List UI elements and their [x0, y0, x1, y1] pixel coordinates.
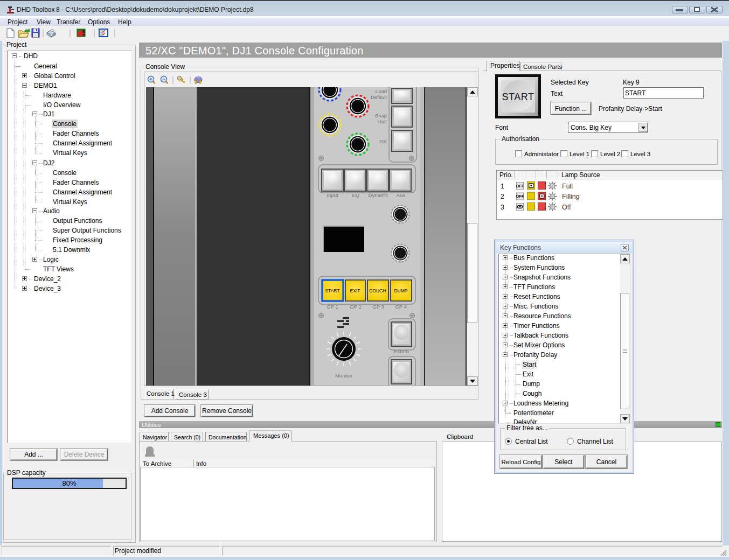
svg-text:Monitor: Monitor: [335, 373, 352, 379]
svg-text:GP 1: GP 1: [327, 304, 338, 310]
svg-text:Snap: Snap: [375, 113, 387, 118]
svg-text:Load: Load: [376, 88, 387, 94]
svg-text:EQ: EQ: [352, 192, 359, 198]
svg-text:EXIT: EXIT: [350, 288, 360, 293]
svg-text:Extern: Extern: [394, 348, 408, 354]
svg-text:GP 3: GP 3: [372, 304, 384, 310]
svg-text:START: START: [325, 288, 339, 293]
svg-text:Dynamic: Dynamic: [369, 192, 388, 198]
svg-text:GP 2: GP 2: [350, 304, 361, 310]
svg-text:shot: shot: [377, 118, 387, 124]
svg-text:Default: Default: [371, 94, 387, 100]
svg-text:Input: Input: [327, 192, 338, 198]
svg-text:OK: OK: [379, 138, 387, 144]
svg-text:COUGH: COUGH: [369, 288, 386, 293]
svg-text:Aux: Aux: [397, 192, 406, 198]
svg-text:GP 4: GP 4: [395, 304, 406, 310]
svg-text:DUMP: DUMP: [394, 288, 407, 293]
